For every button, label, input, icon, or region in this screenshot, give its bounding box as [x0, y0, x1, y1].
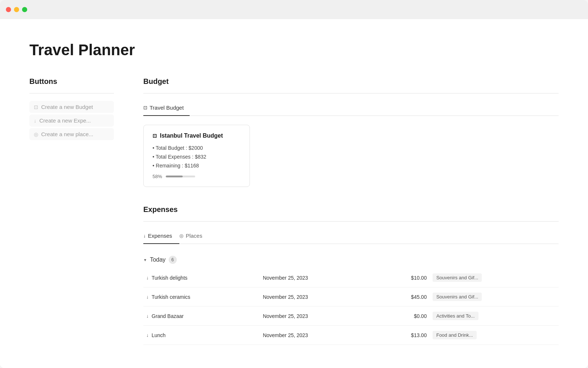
expenses-section: Expenses ↓ Expenses ◎ Places — [143, 205, 559, 345]
budget-tab-bar: ⊡ Travel Budget — [143, 101, 559, 116]
minimize-button[interactable] — [14, 7, 19, 12]
today-header[interactable]: ▼ Today 6 — [143, 251, 559, 268]
expense-arrow-icon: ↓ — [146, 332, 149, 338]
expense-category-badge: Souvenirs and Gif... — [433, 293, 482, 301]
budget-info: • Total Budget : $2000 • Total Expenses … — [153, 145, 241, 169]
maximize-button[interactable] — [22, 7, 27, 12]
expense-arrow-icon: ↓ — [146, 294, 149, 300]
right-panel: Budget ⊡ Travel Budget ⊡ Istanbul Travel… — [143, 77, 559, 356]
expenses-tab-icon: ↓ — [143, 233, 146, 238]
table-row[interactable]: ↓ Turkish ceramics November 25, 2023 $45… — [143, 287, 559, 307]
main-content: Travel Planner Buttons ⊡ Create a new Bu… — [0, 19, 588, 368]
expense-category-badge: Activities and To... — [433, 312, 478, 320]
budget-icon: ⊡ — [34, 104, 38, 110]
total-budget-row: • Total Budget : $2000 — [153, 145, 241, 151]
place-icon: ◎ — [34, 131, 38, 137]
table-row[interactable]: ↓ Lunch November 25, 2023 $13.00 Food an… — [143, 326, 559, 345]
total-expenses-row: • Total Expenses : $832 — [153, 154, 241, 160]
budget-card-icon: ⊡ — [153, 133, 157, 139]
budget-heading: Budget — [143, 77, 559, 86]
expense-arrow-icon: ↓ — [146, 275, 149, 280]
expense-arrow-icon: ↓ — [146, 313, 149, 319]
progress-row: 58% — [153, 174, 241, 179]
expenses-tab-bar: ↓ Expenses ◎ Places — [143, 229, 559, 244]
app-window: Travel Planner Buttons ⊡ Create a new Bu… — [0, 0, 588, 368]
tab-places[interactable]: ◎ Places — [179, 229, 209, 244]
create-budget-button[interactable]: ⊡ Create a new Budget — [29, 101, 114, 113]
expense-table: ↓ Turkish delights November 25, 2023 $10… — [143, 268, 559, 345]
travel-budget-tab-icon: ⊡ — [143, 105, 147, 110]
table-row[interactable]: ↓ Turkish delights November 25, 2023 $10… — [143, 268, 559, 287]
expenses-divider — [143, 221, 559, 222]
titlebar — [0, 0, 588, 19]
progress-bar-container — [166, 176, 195, 177]
expense-category-badge: Souvenirs and Gif... — [433, 273, 482, 282]
expenses-heading: Expenses — [143, 205, 559, 214]
buttons-divider — [29, 93, 114, 93]
table-row[interactable]: ↓ Grand Bazaar November 25, 2023 $0.00 A… — [143, 307, 559, 326]
page-title: Travel Planner — [29, 41, 559, 59]
left-panel: Buttons ⊡ Create a new Budget ↓ Create a… — [29, 77, 114, 356]
tab-travel-budget[interactable]: ⊡ Travel Budget — [143, 101, 190, 116]
today-chevron-icon: ▼ — [143, 258, 147, 262]
remaining-row: • Remaining : $1168 — [153, 163, 241, 169]
expense-category-badge: Food and Drink... — [433, 331, 477, 339]
budget-card: ⊡ Istanbul Travel Budget • Total Budget … — [143, 125, 250, 187]
progress-label: 58% — [153, 174, 162, 179]
budget-divider — [143, 93, 559, 93]
progress-bar-fill — [166, 176, 183, 177]
budget-card-title: ⊡ Istanbul Travel Budget — [153, 132, 241, 139]
tab-expenses[interactable]: ↓ Expenses — [143, 229, 179, 244]
expense-icon: ↓ — [34, 118, 36, 124]
create-place-button[interactable]: ◎ Create a new place... — [29, 128, 114, 140]
today-count-badge: 6 — [169, 256, 177, 264]
button-list: ⊡ Create a new Budget ↓ Create a new Exp… — [29, 101, 114, 140]
main-layout: Buttons ⊡ Create a new Budget ↓ Create a… — [29, 77, 559, 356]
close-button[interactable] — [6, 7, 11, 12]
today-group: ▼ Today 6 ↓ Turkish delights — [143, 251, 559, 345]
buttons-heading: Buttons — [29, 77, 114, 86]
places-tab-icon: ◎ — [179, 233, 183, 238]
traffic-lights — [6, 7, 27, 12]
budget-section: Budget ⊡ Travel Budget ⊡ Istanbul Travel… — [143, 77, 559, 187]
create-expense-button[interactable]: ↓ Create a new Expe... — [29, 114, 114, 127]
